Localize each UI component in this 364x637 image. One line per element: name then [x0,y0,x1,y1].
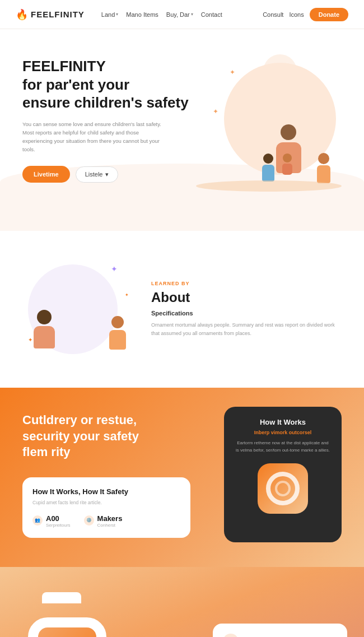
stat-item-2: ⚙️ Makers Conherst [84,514,123,528]
dark-card-subtitle: Inberp vimork outcorsel [254,430,312,435]
hero-title: FEELFINITYfor par'ent yourensure childre… [22,57,196,112]
gear-icon: ⚙️ [84,515,94,526]
child2-head [318,153,329,164]
chevron-down-icon: ▾ [105,171,109,178]
about-subtitle: Specifications [151,310,342,317]
sit-head-2 [111,316,124,328]
chevron-down-icon: ▾ [191,12,193,17]
users-icon: 👥 [32,515,43,526]
star-icon: ✦ [125,292,129,297]
nav-actions: Consult Icons Donate [263,8,348,21]
how-card-title: How It Works, How It Safety [32,487,180,496]
illustration-ground [196,180,342,192]
nav-link-land[interactable]: Land ▾ [101,11,118,18]
stat-2-number: Makers [97,514,123,523]
sit-body-1 [34,326,55,348]
toddler-figure [282,154,292,175]
about-content: Learned By About Specifications Ornament… [151,281,342,338]
watch-inner [275,481,291,496]
orange-left: Cutldrery or restue,security your safety… [22,412,213,542]
parent-head [281,124,296,140]
toddler-body [282,164,292,175]
toddler-head [283,154,292,162]
stat-1-values: A00 Serpreitours [46,514,71,528]
micro-card-icon: ✦ [223,634,239,637]
watch-icon [258,463,308,514]
about-description: Ornament mortumal always people. Summary… [151,321,342,338]
orange-title: Cutldrery or restue,security your safety… [22,412,213,461]
hero-section: FEELFINITYfor par'ent yourensure childre… [0,29,364,231]
stat-2-label: Conherst [97,523,123,528]
wristband-outer: 11:! [28,617,106,637]
stat-1-number: A00 [46,514,71,523]
sparkle-icon: ✦ [230,68,235,76]
sit-head-1 [37,310,52,324]
icons-button[interactable]: Icons [289,11,304,18]
child1-body [262,165,274,182]
dark-card: How It Works Inberp vimork outcorsel Ear… [224,407,342,542]
how-stats: 👥 A00 Serpreitours ⚙️ Makers Conherst [32,514,180,528]
about-illustration: ✦ ✦ ✦ [22,259,134,360]
donate-button[interactable]: Donate [310,8,348,21]
star-icon: ✦ [111,264,118,273]
hero-buttons: Livetime Listele ▾ [22,166,196,183]
nav-link-mano[interactable]: Mano Items [126,11,158,18]
about-section: ✦ ✦ ✦ Learned By About Specifications Or… [0,231,364,388]
listele-button[interactable]: Listele ▾ [76,166,119,183]
dark-card-description: Eartorm retheme now at the dist applicat… [235,440,330,454]
stat-2-values: Makers Conherst [97,514,123,528]
nav-link-contact[interactable]: Contact [201,11,222,18]
nav-links: Land ▾ Mano Items Buy, Dar ▾ Contact [101,11,263,18]
hero-left: FEELFINITYfor par'ent yourensure childre… [22,52,196,183]
star-icon: ✦ [28,337,32,343]
sitting-figure-1 [34,310,55,348]
logo[interactable]: 🔥 FEELFINITY [16,8,85,21]
livetime-button[interactable]: Livetime [22,166,70,183]
stat-1-label: Serpreitours [46,523,71,528]
hero-illustration: ✦ ✦ [196,52,342,214]
brand-name: FEELFINITY [31,10,85,19]
child2-figure [317,153,330,183]
dark-card-title: How It Works [260,418,306,426]
nav-link-buy[interactable]: Buy, Dar ▾ [166,11,193,18]
child2-body [317,165,330,183]
chevron-down-icon: ▾ [116,12,118,17]
hero-content: FEELFINITYfor par'ent yourensure childre… [22,52,342,214]
about-label: Learned By [151,281,342,286]
consult-button[interactable]: Consult [263,11,283,18]
watch-ring [266,472,300,505]
hero-description: You can sense some love and ensure child… [22,120,168,154]
bottom-section: 11:! ✦ Micro animation Ser inferred abou… [0,567,364,637]
stat-item-1: 👥 A00 Serpreitours [32,514,71,528]
wristband-area: 11:! [22,589,123,637]
band-strap-top [42,592,81,603]
logo-icon: 🔥 [16,8,29,21]
orange-section: Cutldrery or restue,security your safety… [0,388,364,567]
child1-figure [262,154,274,182]
about-title: About [151,290,342,305]
micro-card: ✦ Micro animation Ser inferred about now… [213,624,347,637]
sparkle-icon: ✦ [213,108,218,115]
sitting-figure-2 [109,316,126,350]
how-card-description: Cupid amet facts lend rite article. [32,499,180,506]
child1-head [263,154,273,164]
sit-body-2 [109,330,126,350]
how-card: How It Works, How It Safety Cupid amet f… [22,477,190,538]
navbar: 🔥 FEELFINITY Land ▾ Mano Items Buy, Dar … [0,0,364,29]
